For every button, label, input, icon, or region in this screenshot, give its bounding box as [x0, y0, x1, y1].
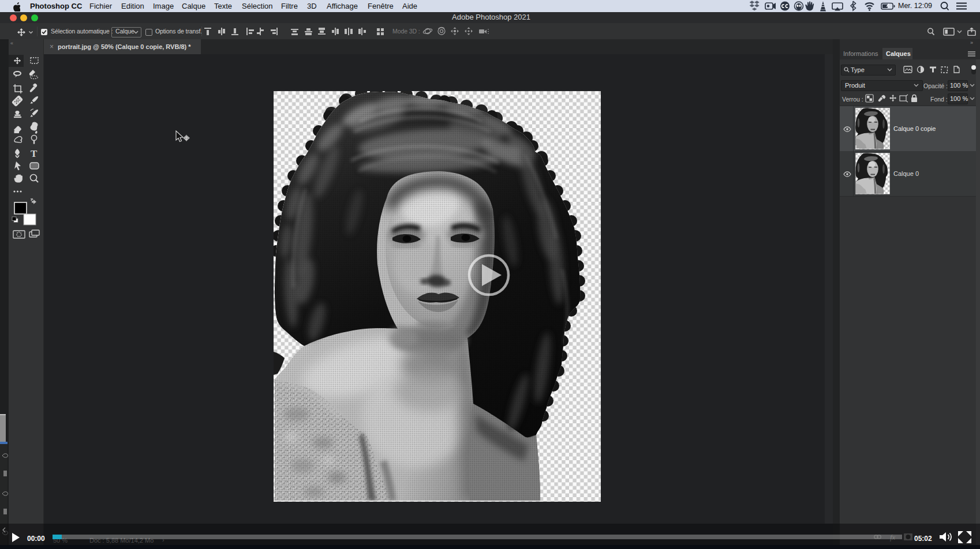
svg-text:T: T: [31, 148, 38, 159]
svg-text:«: «: [10, 40, 13, 46]
